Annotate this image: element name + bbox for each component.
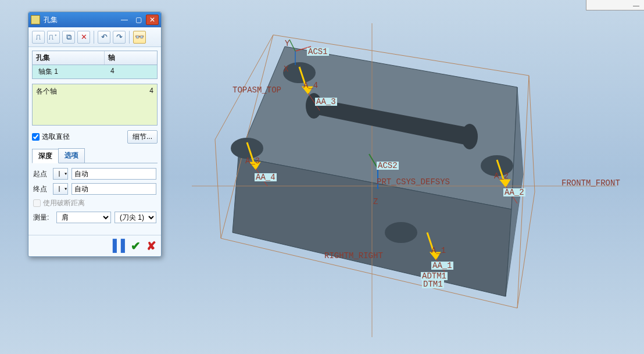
- end-mode-button[interactable]: ⎹⎸▾: [53, 183, 68, 195]
- col-header-set[interactable]: 孔集: [33, 51, 105, 65]
- measure-label: 测量:: [33, 213, 53, 223]
- axes-info-count: 4: [149, 87, 153, 123]
- add-hole-icon[interactable]: ⎍: [32, 31, 45, 44]
- minimize-button[interactable]: —: [118, 15, 131, 25]
- tip-select[interactable]: (刀尖 1): [115, 212, 156, 223]
- dialog-toolbar: ⎍ ⎍⁺ ⧉ ✕ ↶ ↷ 👓: [28, 27, 161, 47]
- tab-options[interactable]: 选项: [58, 148, 85, 163]
- label-z: Z: [373, 198, 378, 206]
- svg-point-11: [231, 138, 263, 159]
- hole-set-table[interactable]: 孔集 轴 轴集 1 4: [32, 51, 158, 79]
- ok-button[interactable]: ✔: [131, 239, 141, 253]
- preview-icon[interactable]: 👓: [133, 31, 146, 44]
- dialog-icon: [31, 15, 40, 24]
- label-a2: A_2: [494, 172, 509, 180]
- label-a3: A_3: [245, 157, 260, 165]
- dialog-title: 孔集: [44, 15, 58, 25]
- undo-icon[interactable]: ↶: [98, 31, 110, 44]
- detail-button[interactable]: 细节...: [127, 130, 158, 144]
- end-value-input[interactable]: 自动: [71, 183, 156, 195]
- label-frontm: FRONTM_FRONT: [561, 179, 620, 187]
- label-rightm: RIGHTM_RIGHT: [324, 252, 383, 260]
- start-mode-button[interactable]: ⎹⎸▾: [53, 168, 68, 180]
- maximize-button[interactable]: ▢: [132, 15, 145, 25]
- dialog-titlebar[interactable]: 孔集 — ▢ ✕: [28, 12, 161, 27]
- label-aa2: AA_2: [503, 188, 525, 196]
- model-viewport[interactable]: TOPASM_TOP FRONTM_FRONT RIGHTM_RIGHT ACS…: [169, 12, 638, 348]
- end-label: 终点: [33, 184, 49, 194]
- axes-info-box: 各个轴 4: [32, 84, 158, 126]
- svg-point-13: [385, 222, 417, 243]
- hole-set-dialog: 孔集 — ▢ ✕ ⎍ ⎍⁺ ⧉ ✕ ↶ ↷ 👓 孔集 轴 轴集: [28, 12, 162, 257]
- cell-axis-count: 4: [105, 65, 157, 78]
- label-x: X: [284, 65, 288, 73]
- app-background: —: [0, 0, 644, 354]
- start-label: 起点: [33, 169, 49, 179]
- add-group-icon[interactable]: ⎍⁺: [47, 31, 60, 44]
- cell-set-name: 轴集 1: [33, 65, 105, 78]
- label-a1: A_1: [431, 246, 446, 255]
- label-aa3: AA_3: [315, 98, 337, 106]
- label-aa1: AA_1: [431, 262, 453, 270]
- use-break-checkbox: 使用破断距离: [33, 198, 85, 208]
- dialog-footer: ▐▐ ✔ ✘: [28, 235, 161, 256]
- redo-icon[interactable]: ↷: [113, 31, 126, 44]
- start-value-input[interactable]: 自动: [71, 168, 156, 180]
- depth-panel: 起点 ⎹⎸▾ 自动 终点 ⎹⎸▾ 自动 使用破断距离 测量:: [32, 163, 158, 231]
- label-acs1: ACS1: [307, 48, 329, 56]
- measure-select[interactable]: 肩: [56, 212, 111, 223]
- axes-info-label: 各个轴: [36, 87, 57, 123]
- pause-button[interactable]: ▐▐: [109, 239, 125, 253]
- pick-diameter-checkbox[interactable]: 选取直径: [32, 132, 70, 142]
- tabs: 深度 选项: [32, 148, 158, 163]
- pick-diameter-input[interactable]: [32, 133, 40, 141]
- label-acs2: ACS2: [377, 162, 399, 170]
- label-adtm1: ADTM1: [421, 272, 448, 280]
- label-prt: PRT_CSYS_DEFSYS: [377, 178, 450, 186]
- label-y: Y: [285, 40, 289, 48]
- dash-icon: —: [633, 2, 639, 9]
- label-a4: A_4: [303, 81, 318, 90]
- tab-depth[interactable]: 深度: [32, 149, 59, 163]
- copy-icon[interactable]: ⧉: [62, 31, 75, 44]
- delete-icon[interactable]: ✕: [77, 31, 90, 44]
- use-break-label: 使用破断距离: [43, 198, 85, 208]
- window-chrome-fragment: —: [586, 0, 644, 10]
- col-header-axis[interactable]: 轴: [105, 51, 157, 65]
- pick-diameter-label: 选取直径: [42, 132, 70, 142]
- table-row[interactable]: 轴集 1 4: [33, 65, 157, 78]
- cancel-button[interactable]: ✘: [146, 239, 156, 253]
- label-dtm1: DTM1: [422, 280, 444, 288]
- svg-point-9: [461, 124, 478, 149]
- use-break-input: [33, 199, 41, 207]
- close-button[interactable]: ✕: [146, 15, 159, 25]
- label-aa4: AA_4: [255, 173, 277, 181]
- label-topasm: TOPASM_TOP: [232, 86, 281, 94]
